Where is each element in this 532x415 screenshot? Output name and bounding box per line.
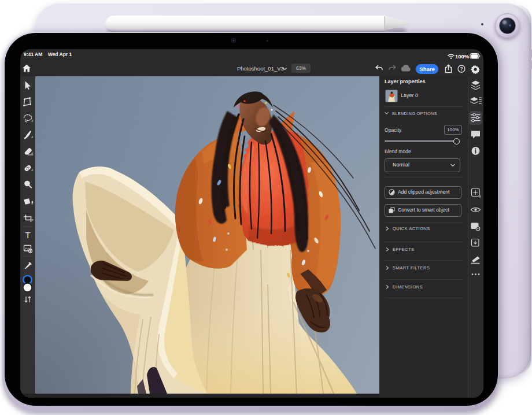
svg-text:?: ? [460, 66, 463, 72]
svg-text:T: T [25, 230, 30, 240]
